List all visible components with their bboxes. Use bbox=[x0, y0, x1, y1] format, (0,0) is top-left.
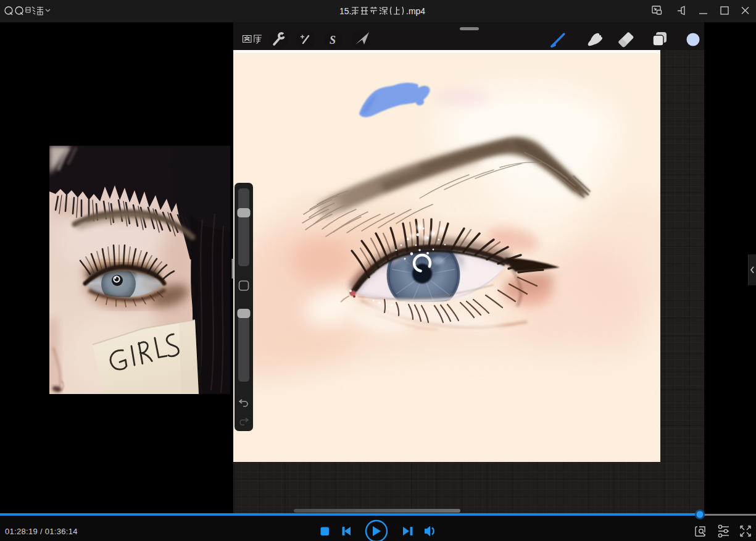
svg-text:S: S bbox=[330, 34, 336, 46]
svg-text:15.: 15. bbox=[339, 6, 351, 16]
svg-text:.mp4: .mp4 bbox=[406, 6, 425, 16]
